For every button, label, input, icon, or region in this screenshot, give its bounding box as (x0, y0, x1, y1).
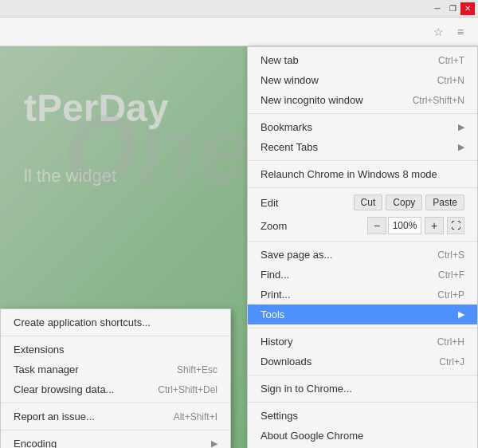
menu-separator (1, 430, 230, 430)
menu-item-label-downloads: Downloads (261, 356, 423, 367)
menu-separator (248, 187, 477, 188)
menu-item-label-print: Print... (261, 289, 421, 301)
maximize-button[interactable]: ❐ (445, 2, 460, 15)
star-icon[interactable]: ☆ (427, 21, 449, 43)
menu-item-save-page[interactable]: Save page as...Ctrl+S (248, 245, 477, 265)
menu-separator (1, 336, 230, 336)
menu-item-sign-in[interactable]: Sign in to Chrome... (248, 379, 477, 399)
menu-item-tools[interactable]: Tools▶ (248, 305, 477, 324)
menu-separator (1, 403, 230, 403)
menu-separator (248, 402, 477, 403)
menu-item-label-recent-tabs: Recent Tabs (261, 141, 453, 153)
menu-item-label-new-incognito: New incognito window (261, 94, 397, 106)
menu-item-label-encoding: Encoding (14, 438, 206, 448)
menu-item-find[interactable]: Find...Ctrl+F (248, 265, 477, 285)
cut-button[interactable]: Cut (354, 195, 383, 210)
menu-item-label-relaunch: Relaunch Chrome in Windows 8 mode (261, 168, 464, 180)
paste-button[interactable]: Paste (425, 195, 464, 210)
menu-item-new-incognito[interactable]: New incognito windowCtrl+Shift+N (248, 90, 477, 110)
menu-shortcut-find: Ctrl+F (438, 269, 464, 281)
menu-item-label-tools: Tools (261, 308, 453, 320)
menu-shortcut-clear-browsing: Ctrl+Shift+Del (158, 384, 217, 395)
menu-item-settings[interactable]: Settings (248, 406, 477, 426)
menu-item-label-clear-browsing: Clear browsing data... (14, 383, 142, 395)
menu-shortcut-downloads: Ctrl+J (439, 356, 464, 367)
menu-item-label-new-window: New window (261, 74, 421, 86)
tools-submenu: Create application shortcuts...Extension… (0, 308, 231, 448)
menu-shortcut-new-incognito: Ctrl+Shift+N (413, 95, 464, 106)
submenu-arrow-tools: ▶ (458, 309, 464, 320)
browser-toolbar: ☆ ≡ (0, 18, 478, 46)
menu-item-clear-browsing[interactable]: Clear browsing data...Ctrl+Shift+Del (1, 379, 230, 399)
menu-item-label-save-page: Save page as... (261, 249, 421, 261)
submenu-arrow-recent-tabs: ▶ (458, 142, 464, 152)
menu-item-label-about: About Google Chrome (261, 430, 464, 442)
menu-shortcut-new-tab: Ctrl+T (438, 55, 464, 66)
zoom-minus-button[interactable]: − (367, 217, 386, 234)
menu-item-bookmarks[interactable]: Bookmarks▶ (248, 117, 477, 137)
menu-item-label-create-shortcuts: Create application shortcuts... (14, 316, 217, 328)
menu-item-history[interactable]: HistoryCtrl+H (248, 332, 477, 352)
menu-separator (248, 113, 477, 114)
menu-shortcut-task-manager: Shift+Esc (177, 364, 217, 375)
menu-item-downloads[interactable]: DownloadsCtrl+J (248, 352, 477, 371)
menu-item-print[interactable]: Print...Ctrl+P (248, 285, 477, 305)
chrome-menu: New tabCtrl+TNew windowCtrl+NNew incogni… (247, 46, 478, 448)
zoom-plus-button[interactable]: + (425, 217, 444, 234)
menu-item-new-window[interactable]: New windowCtrl+N (248, 70, 477, 90)
menu-shortcut-history: Ctrl+H (437, 336, 464, 348)
menu-item-task-manager[interactable]: Task managerShift+Esc (1, 360, 230, 379)
menu-item-label-find: Find... (261, 269, 422, 281)
title-bar: ─ ❐ ✕ (0, 0, 478, 18)
close-button[interactable]: ✕ (460, 2, 475, 15)
menu-separator (248, 328, 477, 328)
menu-item-label-task-manager: Task manager (14, 364, 161, 375)
menu-item-encoding[interactable]: Encoding▶ (1, 434, 230, 448)
menu-shortcut-new-window: Ctrl+N (437, 75, 464, 86)
menu-item-create-shortcuts[interactable]: Create application shortcuts... (1, 312, 230, 332)
copy-button[interactable]: Copy (386, 195, 422, 210)
zoom-label: Zoom (261, 220, 366, 232)
menu-item-report-issue[interactable]: Report an issue...Alt+Shift+I (1, 407, 230, 426)
menu-item-recent-tabs[interactable]: Recent Tabs▶ (248, 137, 477, 157)
menu-item-relaunch[interactable]: Relaunch Chrome in Windows 8 mode (248, 164, 477, 184)
menu-icon[interactable]: ≡ (449, 21, 472, 43)
menu-shortcut-print: Ctrl+P (437, 289, 464, 301)
menu-separator (248, 160, 477, 161)
minimize-button[interactable]: ─ (430, 2, 445, 15)
menu-item-new-tab[interactable]: New tabCtrl+T (248, 50, 477, 70)
edit-label: Edit (261, 197, 351, 209)
menu-item-label-new-tab: New tab (261, 54, 422, 66)
menu-item-label-bookmarks: Bookmarks (261, 121, 453, 133)
menu-item-label-settings: Settings (261, 410, 464, 422)
menu-item-extensions[interactable]: Extensions (1, 340, 230, 360)
menu-item-label-history: History (261, 336, 421, 348)
edit-row: Edit Cut Copy Paste (248, 191, 477, 214)
submenu-arrow-bookmarks: ▶ (458, 122, 464, 132)
menu-item-label-sign-in: Sign in to Chrome... (261, 383, 464, 395)
zoom-row: Zoom − 100% + ⛶ (248, 214, 477, 238)
zoom-value: 100% (388, 217, 421, 234)
menu-separator (248, 241, 477, 242)
menu-shortcut-save-page: Ctrl+S (437, 250, 464, 261)
menu-separator (248, 375, 477, 375)
menu-item-label-report-issue: Report an issue... (14, 411, 158, 422)
submenu-arrow-encoding: ▶ (211, 438, 217, 448)
menu-shortcut-report-issue: Alt+Shift+I (174, 411, 217, 422)
zoom-fullscreen-button[interactable]: ⛶ (447, 217, 464, 234)
menu-item-label-extensions: Extensions (14, 344, 217, 356)
menu-item-about[interactable]: About Google Chrome (248, 426, 477, 446)
